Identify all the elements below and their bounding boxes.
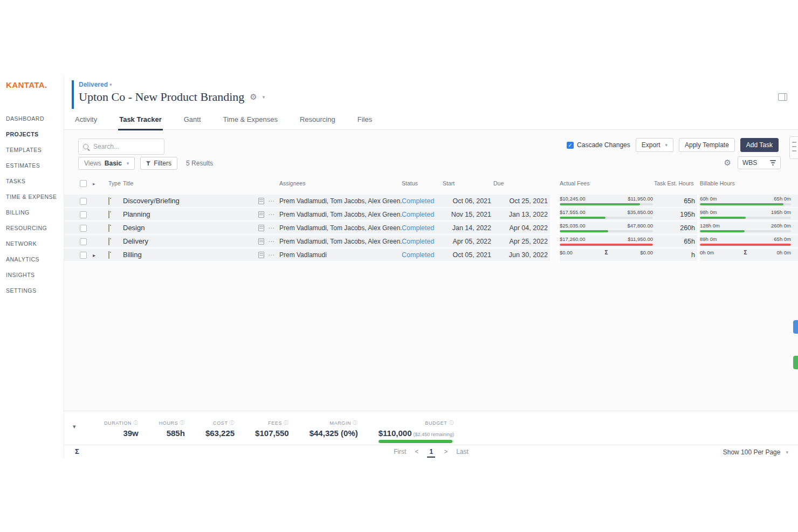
apply-template-button[interactable]: Apply Template <box>679 138 735 152</box>
sidebar-item[interactable]: SETTINGS <box>0 283 64 299</box>
task-type-icon <box>108 197 109 205</box>
task-title[interactable]: Discovery/Briefing <box>123 197 254 205</box>
sidebar-item[interactable]: INSIGHTS <box>0 267 64 283</box>
task-notes-icon[interactable] <box>258 252 264 258</box>
chevron-down-icon: ▾ <box>786 450 788 455</box>
row-checkbox[interactable] <box>80 238 87 245</box>
cascade-changes-checkbox[interactable]: ✓ <box>567 142 574 149</box>
task-title[interactable]: Billing <box>123 251 254 259</box>
task-notes-icon[interactable] <box>258 238 264 245</box>
task-start-date: Apr 05, 2022 <box>443 238 493 245</box>
per-page-dropdown[interactable]: Show 100 Per Page ▾ <box>723 448 788 456</box>
status-badge[interactable]: Completed <box>402 211 434 218</box>
sidebar-item[interactable]: NETWORK <box>0 236 64 252</box>
fees-progress-fill <box>560 217 606 219</box>
task-title[interactable]: Delivery <box>123 237 254 245</box>
fees-progress-bar <box>560 244 653 246</box>
cascade-changes-toggle[interactable]: ✓ Cascade Changes <box>567 141 630 149</box>
task-notes-icon[interactable] <box>258 225 264 231</box>
row-checkbox[interactable] <box>80 198 87 205</box>
status-badge[interactable]: Completed <box>402 238 434 245</box>
select-all-checkbox[interactable] <box>80 180 87 187</box>
edge-blue-widget[interactable] <box>793 320 798 334</box>
status-badge[interactable]: Completed <box>402 197 434 205</box>
expand-all-icon[interactable]: ▸ <box>93 181 95 186</box>
row-checkbox[interactable] <box>80 252 87 259</box>
column-header-title[interactable]: Title <box>123 180 279 186</box>
project-tab[interactable]: Gantt <box>183 115 202 130</box>
project-tab[interactable]: Activity <box>74 115 98 130</box>
pagination-current-page[interactable]: 1 <box>427 448 435 458</box>
project-status-dropdown[interactable]: Delivered▾ <box>79 81 112 88</box>
column-header-actual-fees[interactable]: Actual Fees <box>560 180 654 186</box>
sidebar-item[interactable]: PROJECTS <box>0 127 64 142</box>
edge-collapsed-panel[interactable] <box>789 136 798 159</box>
status-badge[interactable]: Completed <box>402 224 434 232</box>
sidebar-item[interactable]: ESTIMATES <box>0 158 64 174</box>
sidebar-item[interactable]: BILLING <box>0 205 64 220</box>
task-due-date: Apr 04, 2022 <box>493 224 550 232</box>
edge-green-widget[interactable] <box>793 356 798 369</box>
pagination-prev[interactable]: < <box>415 448 418 455</box>
table-settings-gear-icon[interactable]: ⚙ <box>724 158 731 168</box>
pagination-first[interactable]: First <box>394 448 406 455</box>
billable-hours-cell: 89h 0m 65h 0m <box>700 235 792 247</box>
column-header-start[interactable]: Start <box>443 180 493 186</box>
expand-caret-icon[interactable]: ▸ <box>93 252 95 258</box>
hours-actual: 0h 0m <box>700 250 714 255</box>
filters-button[interactable]: Filters <box>140 157 177 170</box>
column-header-billable-hours[interactable]: Billable Hours <box>700 180 792 186</box>
fees-sigma: Σ <box>604 250 608 255</box>
views-dropdown[interactable]: Views Basic ▾ <box>78 157 135 170</box>
status-badge[interactable]: Completed <box>402 251 434 259</box>
task-due-date: Oct 25, 2021 <box>493 197 550 205</box>
hours-progress-fill <box>700 244 791 246</box>
wbs-dropdown[interactable]: WBS <box>738 156 781 169</box>
fees-total: $0.00 <box>640 250 653 255</box>
search-input[interactable] <box>92 142 160 151</box>
sidebar-item[interactable]: TIME & EXPENSE <box>0 189 64 205</box>
fees-progress-bar <box>560 217 653 219</box>
column-header-type[interactable]: Type <box>108 180 123 186</box>
row-actions-icon[interactable]: ⋯ <box>268 251 275 259</box>
chevron-down-icon: ▾ <box>109 82 112 87</box>
add-task-button[interactable]: Add Task <box>740 138 779 152</box>
sidebar-item[interactable]: ANALYTICS <box>0 252 64 267</box>
sidebar-item[interactable]: TEMPLATES <box>0 142 64 158</box>
sidebar: KANTATA. DASHBOARD PROJECTS TEMPLATES ES… <box>0 75 64 458</box>
sidebar-item[interactable]: DASHBOARD <box>0 111 64 127</box>
project-tab[interactable]: Time & Expenses <box>222 115 279 130</box>
column-header-task-est-hours[interactable]: Task Est. Hours <box>654 180 697 186</box>
export-dropdown[interactable]: Export ▾ <box>636 138 673 152</box>
project-settings-gear-icon[interactable]: ⚙ <box>250 92 257 102</box>
row-checkbox[interactable] <box>80 211 87 218</box>
row-checkbox[interactable] <box>80 225 87 232</box>
row-actions-icon[interactable]: ⋯ <box>268 197 275 205</box>
column-header-assignees[interactable]: Assignees <box>279 180 402 186</box>
task-title[interactable]: Design <box>123 224 254 232</box>
side-panel-toggle-icon[interactable] <box>778 93 787 101</box>
row-actions-icon[interactable]: ⋯ <box>268 238 275 245</box>
sidebar-item[interactable]: RESOURCING <box>0 220 64 236</box>
project-color-bar <box>72 80 74 109</box>
metric-cost: COSTⓘ $63,225 <box>205 419 235 438</box>
funnel-icon <box>146 161 150 166</box>
column-header-due[interactable]: Due <box>493 180 550 186</box>
row-actions-icon[interactable]: ⋯ <box>268 211 275 218</box>
pagination-last[interactable]: Last <box>456 448 469 455</box>
task-title[interactable]: Planning <box>123 210 254 218</box>
fees-total: $11,950.00 <box>628 237 653 242</box>
pagination-next[interactable]: > <box>444 448 448 455</box>
task-notes-icon[interactable] <box>258 211 264 218</box>
chevron-down-icon[interactable]: ▾ <box>263 94 265 100</box>
project-tabs: Activity Task Tracker Gantt Time & Expen… <box>74 115 373 130</box>
project-tab[interactable]: Resourcing <box>299 115 336 130</box>
collapse-summary-icon[interactable]: ▾ <box>73 423 76 430</box>
metric-cost-value: $63,225 <box>205 429 235 438</box>
project-tab[interactable]: Files <box>356 115 373 130</box>
row-actions-icon[interactable]: ⋯ <box>268 224 275 232</box>
sidebar-item[interactable]: TASKS <box>0 174 64 189</box>
task-notes-icon[interactable] <box>258 198 264 204</box>
column-header-status[interactable]: Status <box>402 180 443 186</box>
project-tab[interactable]: Task Tracker <box>118 115 163 130</box>
